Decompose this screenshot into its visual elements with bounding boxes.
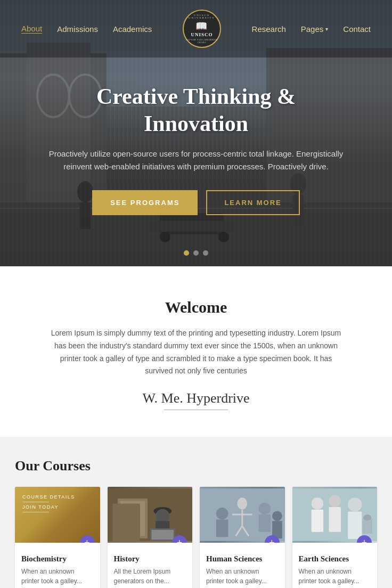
svg-point-31 [259, 503, 271, 515]
course-image-earth-sciences: + [292, 487, 378, 543]
dot-3[interactable] [203, 250, 208, 256]
see-programs-button[interactable]: SEE PROGRAMS [92, 190, 198, 215]
nav-link-contact[interactable]: Contact [343, 24, 371, 34]
course-detail-line [22, 502, 49, 502]
welcome-title: Welcome [43, 298, 349, 316]
welcome-text: Lorem Ipsum is simply dummy text of the … [47, 327, 345, 378]
hero-buttons: SEE PROGRAMS LEARN MORE [42, 190, 350, 215]
course-card-history: + History All the Lorem Ipsum generators… [108, 487, 193, 588]
nav-link-academics[interactable]: Academics [113, 24, 152, 34]
svg-point-38 [311, 497, 323, 510]
course-image-biochemistry: COURSE DETAILS JOIN TODAY + [15, 487, 100, 543]
logo-brand: UNISCO [191, 32, 213, 37]
svg-point-21 [156, 509, 169, 523]
courses-section: Our Courses COURSE DETAILS JOIN TODAY + … [0, 437, 392, 588]
hero-dots [184, 250, 208, 256]
course-card-biochemistry: COURSE DETAILS JOIN TODAY + Biochemistry… [15, 487, 100, 588]
courses-grid: COURSE DETAILS JOIN TODAY + Biochemistry… [15, 487, 377, 588]
course-card-earth-sciences: + Earth Sciences When an unknown printer… [292, 487, 378, 588]
nav-link-admissions[interactable]: Admissions [57, 24, 98, 34]
course-image-history: + [108, 487, 193, 543]
course-body-earth-sciences: Earth Sciences When an unknown printer t… [292, 543, 378, 588]
svg-rect-24 [151, 530, 173, 540]
course-card-human-sciences: + Human Sciences When an unknown printer… [200, 487, 285, 588]
hero-title: Creative Thinking & Innovation [42, 83, 350, 137]
learn-more-button[interactable]: LEARN MORE [206, 190, 299, 215]
course-name-earth-sciences: Earth Sciences [299, 554, 371, 564]
signature-block: W. Me. Hyperdrive [43, 390, 349, 410]
svg-point-26 [237, 497, 247, 510]
course-detail-label: COURSE DETAILS [22, 494, 75, 500]
hero-content: Creative Thinking & Innovation Proactive… [42, 51, 350, 215]
logo[interactable]: UNISCO UNIVERSITY 📖 UNISCO SATYAM VADA D… [183, 10, 221, 48]
dot-2[interactable] [193, 250, 199, 256]
dot-1[interactable] [184, 250, 189, 256]
nav-link-pages[interactable]: Pages ▾ [301, 24, 329, 34]
nav-link-about[interactable]: About [21, 24, 42, 34]
welcome-section: Welcome Lorem Ipsum is simply dummy text… [0, 266, 392, 437]
course-desc-human-sciences: When an unknown printer took a galley... [206, 567, 279, 586]
nav-link-research[interactable]: Research [252, 24, 286, 34]
svg-rect-41 [329, 507, 341, 532]
svg-point-11 [218, 232, 229, 242]
svg-point-35 [272, 511, 282, 521]
signature: W. Me. Hyperdrive [43, 390, 349, 406]
svg-point-10 [160, 232, 170, 242]
course-body-history: History All the Lorem Ipsum generators o… [108, 543, 193, 588]
courses-title: Our Courses [15, 458, 377, 474]
hero-subtitle: Proactively utilize open-source users fo… [42, 148, 350, 173]
logo-text-bottom: SATYAM VADA DHARMAM CHARA [184, 38, 220, 44]
course-name-biochemistry: Biochemistry [21, 554, 94, 564]
course-body-biochemistry: Biochemistry When an unknown printer too… [15, 543, 100, 588]
course-join-label: JOIN TODAY [22, 504, 59, 510]
course-join-line [22, 512, 49, 512]
svg-rect-39 [311, 510, 323, 532]
navbar: About Admissions Academics UNISCO UNIVER… [0, 0, 392, 58]
course-desc-history: All the Lorem Ipsum generators on the... [114, 567, 186, 586]
course-desc-biochemistry: When an unknown printer took a galley... [21, 567, 94, 586]
svg-rect-44 [362, 519, 372, 534]
nav-right: Research Pages ▾ Contact [252, 24, 371, 34]
svg-rect-34 [216, 520, 228, 537]
course-image-human-sciences: + [200, 487, 285, 543]
logo-text-top: UNISCO UNIVERSITY [184, 14, 220, 19]
svg-point-42 [348, 497, 362, 511]
svg-rect-19 [112, 504, 140, 541]
course-plus-biochemistry[interactable]: + [80, 535, 95, 543]
nav-left: About Admissions Academics [21, 24, 152, 34]
logo-emblem: 📖 [195, 20, 208, 32]
svg-rect-43 [348, 512, 362, 540]
svg-point-40 [329, 495, 341, 508]
course-body-human-sciences: Human Sciences When an unknown printer t… [200, 543, 285, 588]
course-name-human-sciences: Human Sciences [206, 554, 279, 564]
chevron-down-icon: ▾ [325, 26, 328, 32]
course-desc-earth-sciences: When an unknown printer took a galley... [299, 567, 371, 586]
svg-rect-32 [259, 514, 271, 532]
signature-line [164, 410, 228, 410]
svg-rect-9 [149, 221, 234, 232]
svg-point-45 [363, 514, 371, 520]
svg-point-33 [216, 508, 228, 520]
course-name-history: History [114, 554, 186, 564]
